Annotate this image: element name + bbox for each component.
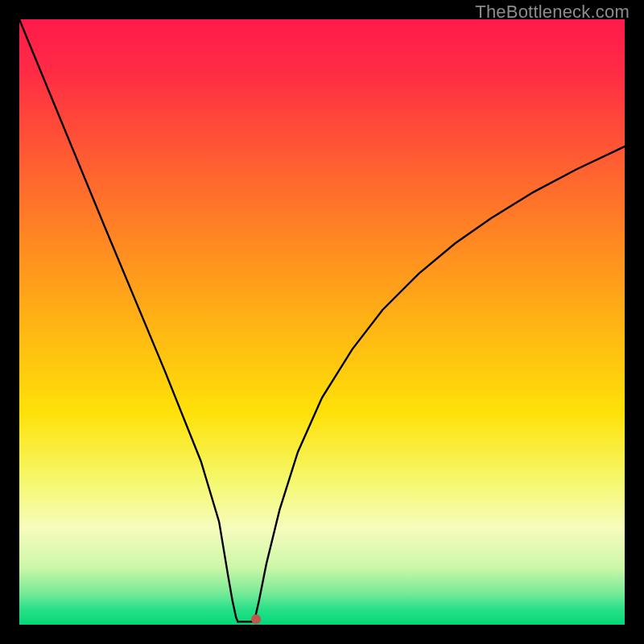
watermark-text: TheBottleneck.com	[475, 2, 630, 23]
chart-frame	[19, 19, 625, 625]
bottleneck-chart	[19, 19, 625, 625]
chart-background	[19, 19, 625, 625]
valley-marker-dot	[251, 614, 261, 624]
